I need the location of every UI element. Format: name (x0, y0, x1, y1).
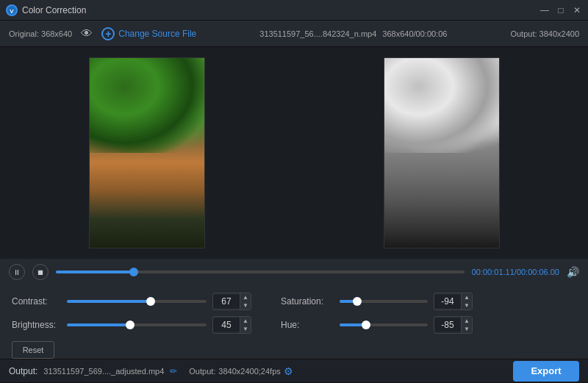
saturation-thumb (353, 297, 362, 306)
output-settings-value: 3840x2400;24fps (218, 367, 280, 376)
add-icon: + (101, 27, 115, 40)
original-video-frame (89, 57, 205, 248)
original-dimensions-label: Original: 368x640 (9, 29, 72, 38)
saturation-value[interactable]: -94 (434, 295, 461, 308)
brightness-arrows: ▲ ▼ (240, 317, 251, 333)
titlebar: V Color Correction — □ ✕ (0, 0, 588, 21)
output-video-frame (384, 57, 500, 248)
brightness-row: Brightness: 45 ▲ ▼ Hue: -85 ▲ ▼ (12, 316, 576, 334)
pause-button[interactable]: ⏸ (9, 264, 25, 280)
change-source-button[interactable]: + Change Source File (101, 27, 196, 40)
saturation-spinner[interactable]: -94 ▲ ▼ (434, 293, 473, 310)
toolbar: Original: 368x640 👁 + Change Source File… (0, 21, 588, 47)
contrast-label: Contrast: (12, 296, 67, 307)
hue-arrows: ▲ ▼ (461, 317, 472, 333)
volume-icon[interactable]: 🔊 (567, 266, 579, 278)
svg-text:V: V (10, 7, 14, 14)
current-time: 00:00:01.11 (472, 268, 514, 276)
brightness-thumb (126, 321, 135, 329)
brightness-fill (67, 323, 130, 326)
controls-panel: Contrast: 67 ▲ ▼ Saturation: -94 ▲ ▼ (0, 285, 588, 359)
edit-icon[interactable]: ✏ (170, 366, 177, 376)
output-preview-panel (295, 53, 588, 253)
stop-button[interactable]: ⏹ (32, 264, 49, 280)
minimize-button[interactable]: — (539, 5, 550, 15)
hue-spinner[interactable]: -85 ▲ ▼ (434, 316, 473, 334)
filename-label: 313511597_56....842324_n.mp4 (259, 29, 376, 38)
output-filename: 313511597_569...._adjusted.mp4 (43, 367, 164, 376)
time-display: 00:00:01.11/00:00:06.00 (472, 268, 559, 276)
contrast-up[interactable]: ▲ (240, 293, 251, 301)
maximize-button[interactable]: □ (556, 5, 566, 15)
brightness-spinner[interactable]: 45 ▲ ▼ (212, 316, 251, 334)
output-bar: Output: 313511597_569...._adjusted.mp4 ✏… (0, 359, 588, 382)
reset-row: Reset (12, 340, 576, 359)
contrast-slider[interactable] (67, 300, 207, 303)
contrast-row: Contrast: 67 ▲ ▼ Saturation: -94 ▲ ▼ (12, 293, 576, 310)
brightness-up[interactable]: ▲ (240, 317, 251, 325)
app-icon: V (6, 4, 18, 16)
dimensions-label: 368x640/00:00:06 (382, 29, 447, 38)
contrast-fill (67, 300, 151, 303)
output-settings: Output: 3840x2400;24fps ⚙ (189, 365, 293, 377)
output-dimensions-label: Output: 3840x2400 (510, 29, 579, 38)
saturation-label: Saturation: (281, 296, 340, 307)
contrast-arrows: ▲ ▼ (240, 293, 251, 309)
progress-bar[interactable] (56, 271, 465, 273)
hue-slider[interactable] (340, 323, 428, 326)
file-info: 313511597_56....842324_n.mp4 368x640/00:… (205, 29, 501, 38)
saturation-up[interactable]: ▲ (462, 293, 472, 301)
output-settings-prefix: Output: (189, 367, 215, 376)
gear-icon[interactable]: ⚙ (284, 365, 293, 377)
playback-bar: ⏸ ⏹ 00:00:01.11/00:00:06.00 🔊 (0, 259, 588, 285)
reset-button[interactable]: Reset (12, 341, 54, 359)
contrast-value[interactable]: 67 (213, 295, 240, 308)
brightness-label: Brightness: (12, 320, 67, 330)
change-source-label: Change Source File (118, 29, 196, 39)
original-preview-panel (0, 53, 293, 253)
hue-thumb (362, 321, 370, 329)
contrast-thumb (146, 297, 155, 306)
brightness-value[interactable]: 45 (213, 318, 240, 332)
eye-icon[interactable]: 👁 (81, 27, 93, 40)
saturation-down[interactable]: ▼ (462, 301, 472, 309)
progress-thumb (129, 268, 138, 276)
window-title: Color Correction (22, 5, 539, 15)
contrast-spinner[interactable]: 67 ▲ ▼ (212, 293, 251, 310)
contrast-down[interactable]: ▼ (240, 301, 251, 309)
brightness-slider[interactable] (67, 323, 207, 326)
total-time: 00:00:06.00 (517, 268, 559, 276)
hue-value[interactable]: -85 (434, 318, 461, 332)
window-controls: — □ ✕ (539, 5, 582, 15)
close-button[interactable]: ✕ (572, 5, 582, 15)
preview-area (0, 47, 588, 259)
progress-fill (56, 271, 134, 273)
output-prefix: Output: (9, 366, 37, 376)
saturation-arrows: ▲ ▼ (461, 293, 472, 309)
export-button[interactable]: Export (513, 361, 579, 382)
brightness-down[interactable]: ▼ (240, 325, 251, 333)
saturation-slider[interactable] (340, 300, 428, 303)
hue-label: Hue: (281, 320, 340, 330)
hue-down[interactable]: ▼ (462, 325, 472, 333)
hue-up[interactable]: ▲ (462, 317, 472, 325)
